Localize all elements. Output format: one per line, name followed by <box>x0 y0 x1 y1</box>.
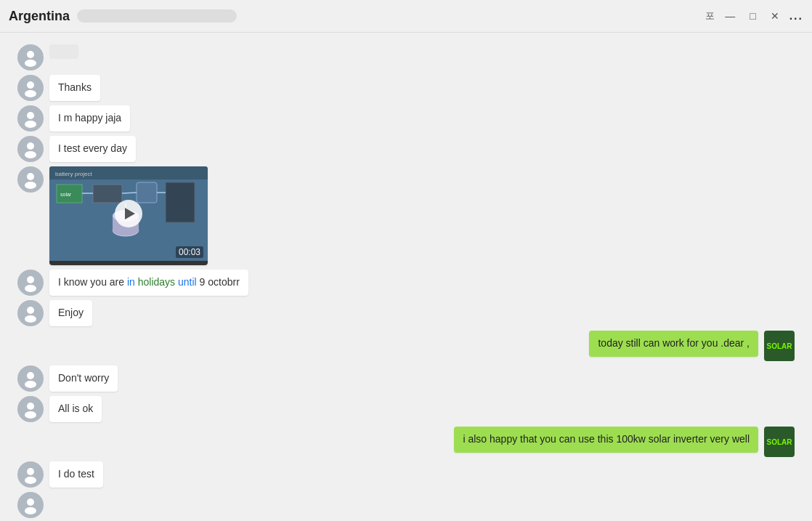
message-text: I test every day <box>58 142 127 154</box>
svg-point-30 <box>25 381 36 388</box>
message-bubble: Enjoy <box>49 300 92 326</box>
svg-point-1 <box>25 60 36 67</box>
svg-point-26 <box>25 285 36 292</box>
message-row: All is ok <box>12 396 800 422</box>
svg-rect-16 <box>137 182 157 203</box>
svg-point-36 <box>25 507 36 514</box>
minimize-button[interactable]: — <box>720 9 739 23</box>
svg-point-28 <box>25 315 36 323</box>
message-text: I do test <box>58 468 94 480</box>
video-progress-bar[interactable] <box>49 261 208 265</box>
contact-info-bar <box>77 9 237 23</box>
avatar <box>17 461 44 488</box>
avatar <box>17 44 44 70</box>
video-preview: battery project solar <box>49 166 208 261</box>
message-row: I do test <box>12 461 800 488</box>
avatar <box>17 365 44 392</box>
message-row <box>12 492 800 518</box>
message-row <box>12 44 800 70</box>
avatar <box>17 166 44 193</box>
avatar <box>17 396 44 422</box>
message-row: Thanks <box>12 75 800 101</box>
svg-point-25 <box>27 276 34 283</box>
svg-point-32 <box>25 411 36 419</box>
video-duration: 00:03 <box>176 246 203 258</box>
message-row: SOLAR i also happy that you can use this… <box>12 427 800 457</box>
avatar <box>17 492 44 518</box>
message-bubble: I know you are in holidays until 9 octob… <box>49 270 248 296</box>
message-text: I know you are in holidays until 9 octob… <box>58 276 240 288</box>
message-bubble: Don't worry <box>49 365 118 392</box>
message-text: today still can work for you .dear , <box>598 337 750 349</box>
close-button[interactable]: ✕ <box>766 9 784 23</box>
svg-rect-17 <box>166 182 195 222</box>
message-row: I m happy jaja <box>12 105 800 132</box>
message-text: All is ok <box>58 403 93 414</box>
video-message-bubble[interactable]: battery project solar <box>49 166 208 265</box>
message-bubble: today still can work for you .dear , <box>589 331 758 357</box>
svg-point-35 <box>27 498 34 506</box>
svg-point-29 <box>27 372 34 379</box>
svg-point-4 <box>27 112 34 119</box>
svg-point-7 <box>25 151 36 158</box>
title-bar-left: Argentina <box>9 9 237 24</box>
title-bar-right: 포 — □ ✕ ... <box>705 9 803 23</box>
message-row: SOLAR today still can work for you .dear… <box>12 331 800 361</box>
avatar-solar: SOLAR <box>764 331 795 361</box>
avatar <box>17 136 44 162</box>
svg-text:solar: solar <box>60 192 72 197</box>
svg-text:battery project: battery project <box>55 171 92 177</box>
more-options-button[interactable]: ... <box>789 9 803 23</box>
message-text: i also happy that you can use this 100kw… <box>463 433 750 445</box>
message-bubble: I do test <box>49 461 103 488</box>
message-bubble: Thanks <box>49 75 100 101</box>
svg-point-2 <box>27 81 34 89</box>
video-thumbnail[interactable]: battery project solar <box>49 166 208 261</box>
message-text: I m happy jaja <box>58 112 121 124</box>
svg-line-22 <box>122 193 137 193</box>
korean-icon: 포 <box>705 9 715 23</box>
svg-point-34 <box>25 477 36 484</box>
play-button[interactable] <box>115 200 142 227</box>
maximize-button[interactable]: □ <box>745 9 760 23</box>
avatar-solar: SOLAR <box>764 427 795 457</box>
message-bubble: I test every day <box>49 136 136 162</box>
svg-point-9 <box>25 182 36 189</box>
avatar <box>17 75 44 101</box>
svg-point-8 <box>27 173 34 180</box>
message-row: Don't worry <box>12 365 800 392</box>
message-bubble: All is ok <box>49 396 102 422</box>
message-row: I test every day <box>12 136 800 162</box>
message-row: Enjoy <box>12 300 800 326</box>
message-bubble: i also happy that you can use this 100kw… <box>454 427 758 453</box>
message-row: battery project solar <box>12 166 800 265</box>
svg-point-3 <box>25 90 36 97</box>
avatar <box>17 300 44 326</box>
chat-title: Argentina <box>9 9 70 24</box>
svg-point-33 <box>27 468 34 475</box>
message-text: Don't worry <box>58 372 109 384</box>
avatar <box>17 270 44 296</box>
message-text: Enjoy <box>58 307 84 318</box>
svg-point-0 <box>27 51 34 58</box>
avatar <box>17 105 44 132</box>
svg-point-31 <box>27 403 34 410</box>
message-bubble: I m happy jaja <box>49 105 130 132</box>
svg-point-6 <box>27 142 34 150</box>
chat-area: Thanks I m happy jaja I test every day <box>0 33 812 521</box>
svg-point-27 <box>27 307 34 314</box>
message-text: Thanks <box>58 81 92 93</box>
title-bar: Argentina 포 — □ ✕ ... <box>0 0 812 33</box>
empty-bubble <box>49 44 78 59</box>
svg-point-5 <box>25 121 36 128</box>
message-row: I know you are in holidays until 9 octob… <box>12 270 800 296</box>
svg-rect-15 <box>93 185 122 203</box>
